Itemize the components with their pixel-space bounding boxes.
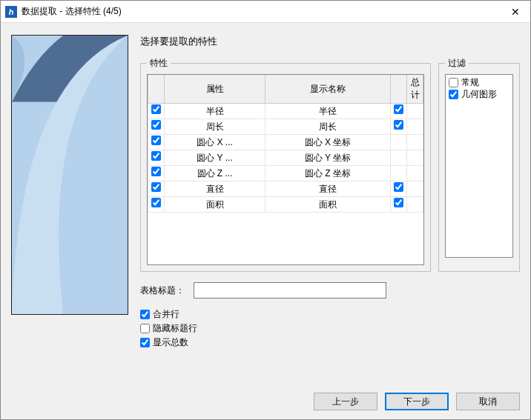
- row-sum-spacer: [407, 181, 423, 197]
- row-include-checkbox[interactable]: [151, 104, 161, 114]
- next-button[interactable]: 下一步: [385, 393, 449, 410]
- window-title: 数据提取 - 选择特性 (4/5): [22, 5, 501, 18]
- row-sum-checkbox[interactable]: [394, 198, 403, 207]
- hide-header-checkbox[interactable]: [140, 324, 150, 333]
- filter-list[interactable]: 常规几何图形: [445, 74, 513, 258]
- hide-header-option[interactable]: 隐藏标题行: [140, 321, 520, 336]
- filter-checkbox[interactable]: [449, 90, 458, 99]
- row-attr: 圆心 X ...: [165, 135, 266, 150]
- filter-label: 几何图形: [461, 88, 497, 101]
- close-button[interactable]: ✕: [501, 1, 530, 23]
- merge-rows-checkbox[interactable]: [140, 310, 150, 319]
- col-header-display[interactable]: 显示名称: [266, 75, 391, 104]
- filter-label: 常规: [461, 76, 479, 89]
- row-display[interactable]: 直径: [266, 181, 391, 197]
- row-attr: 直径: [165, 181, 266, 197]
- row-sum-spacer: [407, 119, 423, 135]
- table-row[interactable]: 直径直径: [148, 181, 423, 197]
- row-include-checkbox[interactable]: [151, 198, 161, 207]
- instruction-text: 选择要提取的特性: [140, 35, 520, 48]
- row-include-checkbox[interactable]: [151, 151, 161, 161]
- row-sum-checkbox[interactable]: [394, 182, 403, 192]
- row-display[interactable]: 半径: [266, 104, 391, 119]
- row-include-checkbox[interactable]: [151, 167, 161, 176]
- show-sum-option[interactable]: 显示总数: [140, 336, 520, 350]
- merge-rows-option[interactable]: 合并行: [140, 307, 520, 321]
- row-display[interactable]: 圆心 X 坐标: [266, 135, 391, 150]
- col-header-attr[interactable]: 属性: [165, 75, 266, 104]
- row-display[interactable]: 面积: [266, 197, 391, 213]
- row-sum-checkbox[interactable]: [394, 120, 403, 130]
- row-attr: 周长: [165, 119, 266, 135]
- col-header-sum-check[interactable]: [391, 75, 407, 104]
- table-row[interactable]: 面积面积: [148, 197, 423, 213]
- title-bar: h 数据提取 - 选择特性 (4/5) ✕: [1, 1, 530, 23]
- row-include-checkbox[interactable]: [151, 182, 161, 192]
- row-attr: 半径: [165, 104, 266, 119]
- app-icon: h: [5, 6, 17, 18]
- row-sum-spacer: [407, 104, 423, 119]
- col-header-select[interactable]: [148, 75, 165, 104]
- row-sum-spacer: [407, 150, 423, 166]
- row-attr: 圆心 Z ...: [165, 166, 266, 181]
- filter-group: 过滤 常规几何图形: [438, 57, 520, 272]
- row-include-checkbox[interactable]: [151, 136, 161, 145]
- row-display[interactable]: 圆心 Y 坐标: [266, 150, 391, 166]
- table-row[interactable]: 圆心 Z ...圆心 Z 坐标: [148, 166, 423, 181]
- table-row[interactable]: 圆心 X ...圆心 X 坐标: [148, 135, 423, 150]
- row-sum-checkbox[interactable]: [394, 104, 403, 114]
- col-header-sum[interactable]: 总计: [407, 75, 423, 104]
- table-row[interactable]: 圆心 Y ...圆心 Y 坐标: [148, 150, 423, 166]
- filter-item[interactable]: 常规: [449, 76, 509, 88]
- row-sum-spacer: [407, 197, 423, 213]
- properties-table[interactable]: 属性 显示名称 总计 半径半径周长周长圆心 X ...圆心 X 坐标圆心 Y .…: [147, 74, 424, 265]
- back-button[interactable]: 上一步: [314, 393, 377, 410]
- row-sum-spacer: [407, 166, 423, 181]
- row-attr: 面积: [165, 197, 266, 213]
- filter-item[interactable]: 几何图形: [449, 88, 509, 100]
- cancel-button[interactable]: 取消: [456, 393, 520, 410]
- row-include-checkbox[interactable]: [151, 120, 161, 130]
- filter-checkbox[interactable]: [449, 78, 458, 87]
- table-row[interactable]: 周长周长: [148, 119, 423, 135]
- table-title-label: 表格标题：: [140, 284, 185, 297]
- wizard-preview-image: [11, 35, 128, 315]
- table-row[interactable]: 半径半径: [148, 104, 423, 119]
- filter-legend: 过滤: [445, 57, 469, 70]
- show-sum-checkbox[interactable]: [140, 338, 150, 347]
- row-display[interactable]: 周长: [266, 119, 391, 135]
- properties-legend: 特性: [147, 57, 171, 70]
- row-attr: 圆心 Y ...: [165, 150, 266, 166]
- row-sum-spacer: [407, 135, 423, 150]
- table-title-input[interactable]: [194, 282, 386, 299]
- properties-group: 特性 属性 显示名称 总计 半径半径周长周长圆心 X ...: [140, 57, 431, 272]
- row-display[interactable]: 圆心 Z 坐标: [266, 166, 391, 181]
